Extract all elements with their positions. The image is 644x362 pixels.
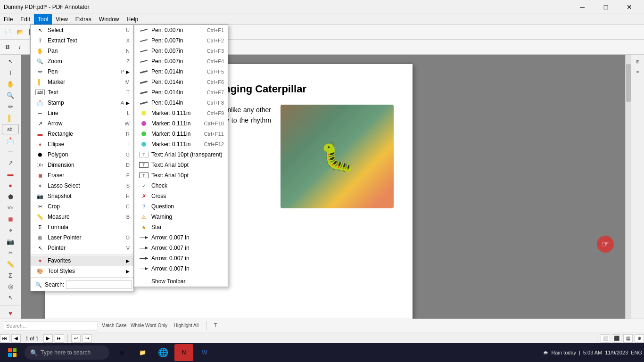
- menu-favorites-item[interactable]: ♥ Favorites ▶: [31, 255, 133, 266]
- menu-crop-item[interactable]: ✂ Crop C: [31, 201, 133, 212]
- arrow-007-4[interactable]: Arrow: 0.007 in: [134, 263, 228, 274]
- new-button[interactable]: 📄: [2, 26, 13, 38]
- menu-tool[interactable]: Tool: [34, 14, 52, 25]
- maximize-button[interactable]: □: [595, 0, 617, 14]
- taskbar-app1[interactable]: N: [174, 344, 193, 361]
- menu-file[interactable]: File: [0, 14, 17, 25]
- menu-snapshot-item[interactable]: 📷 Snapshot H: [31, 191, 133, 201]
- match-case-btn[interactable]: Match Case: [100, 320, 128, 331]
- menu-help[interactable]: Help: [123, 14, 142, 25]
- menu-laser-pointer-item[interactable]: ◎ Laser Pointer O: [31, 232, 133, 243]
- next-section-btn[interactable]: ⏭: [55, 334, 64, 343]
- find-input[interactable]: [4, 321, 98, 330]
- menu-dimension-item[interactable]: 10↕ Dimension D: [31, 160, 133, 170]
- measure-btn[interactable]: 📏: [2, 259, 19, 269]
- menu-lasso-select-item[interactable]: ⌖ Lasso Select S: [31, 181, 133, 191]
- check-item[interactable]: ✓ Check: [134, 181, 228, 191]
- taskbar-chrome[interactable]: 🌐: [154, 344, 173, 361]
- pointer-btn[interactable]: ↖: [2, 293, 19, 303]
- bold-button[interactable]: B: [2, 41, 13, 53]
- right-panel-btn1[interactable]: ⊞: [633, 57, 643, 67]
- extract-text-btn[interactable]: T: [2, 68, 19, 78]
- vertical-scrollbar[interactable]: [625, 55, 631, 319]
- menu-select-item[interactable]: ↖ Select U: [31, 25, 133, 35]
- forward-btn[interactable]: ↪: [83, 334, 92, 343]
- prev-btn[interactable]: ◀: [11, 334, 21, 343]
- close-button[interactable]: ✕: [619, 0, 640, 14]
- pen-014-f8[interactable]: Pen: 0.014in Ctrl+F8: [134, 98, 228, 108]
- pen-btn[interactable]: ✏: [2, 101, 19, 112]
- hand-pointer-icon[interactable]: ☞: [597, 236, 614, 253]
- start-button[interactable]: [2, 344, 23, 361]
- scroll-thumb[interactable]: [626, 64, 631, 102]
- zoom-btn[interactable]: 🔍: [2, 90, 19, 100]
- marker-teal-f12[interactable]: Marker: 0.111in Ctrl+F12: [134, 139, 228, 149]
- font-btn[interactable]: T: [210, 320, 221, 331]
- pen-014-f6[interactable]: Pen: 0.014in Ctrl+F6: [134, 77, 228, 87]
- menu-stamp-item[interactable]: 📩 Stamp A ▶: [31, 98, 133, 108]
- marker-purple-f10[interactable]: Marker: 0.111in Ctrl+F10: [134, 118, 228, 129]
- whole-word-btn[interactable]: Whole Word Only: [130, 320, 168, 331]
- view-scroll-btn[interactable]: ▤: [623, 334, 633, 343]
- menu-zoom-item[interactable]: 🔍 Zoom Z: [31, 56, 133, 66]
- pen-007-f2[interactable]: Pen: 0.007in Ctrl+F2: [134, 35, 228, 46]
- menu-edit[interactable]: Edit: [17, 14, 34, 25]
- menu-window[interactable]: Window: [95, 14, 123, 25]
- text-arial-1-item[interactable]: T Text: Arial 10pt: [134, 160, 228, 170]
- menu-pan-item[interactable]: ✋ Pan N: [31, 46, 133, 56]
- marker-yellow-f9[interactable]: Marker: 0.111in Ctrl+F9: [134, 108, 228, 118]
- menu-view[interactable]: View: [52, 14, 72, 25]
- menu-extras[interactable]: Extras: [72, 14, 95, 25]
- laser-pointer-btn[interactable]: ◎: [2, 281, 19, 292]
- line-btn[interactable]: ─: [2, 147, 19, 157]
- marker-btn[interactable]: ▌: [2, 113, 19, 123]
- pen-007-f4[interactable]: Pen: 0.007in Ctrl+F4: [134, 56, 228, 66]
- right-panel-btn2[interactable]: ≡: [633, 67, 643, 77]
- star-item[interactable]: ★ Star: [134, 222, 228, 232]
- stamp-btn[interactable]: 📩: [2, 135, 19, 146]
- lasso-select-btn[interactable]: ⌖: [2, 225, 19, 236]
- back-btn[interactable]: ↩: [71, 334, 81, 343]
- show-toolbar-item[interactable]: Show Toolbar: [134, 276, 228, 287]
- ellipse-btn[interactable]: ●: [2, 181, 19, 191]
- pan-btn[interactable]: ✋: [2, 79, 19, 90]
- menu-pointer-item[interactable]: ↖ Pointer V: [31, 243, 133, 253]
- dimension-btn[interactable]: 10↕: [2, 203, 19, 213]
- view-zoom-btn[interactable]: ⊕: [635, 334, 644, 343]
- arrow-btn[interactable]: ↗: [2, 158, 19, 168]
- highlight-all-btn[interactable]: Highlight All: [170, 320, 203, 331]
- menu-pen-item[interactable]: ✏ Pen P ▶: [31, 66, 133, 77]
- menu-formula-item[interactable]: Σ Formula: [31, 222, 133, 232]
- menu-tool-styles-item[interactable]: 🎨 Tool Styles ▶: [31, 266, 133, 276]
- cross-item[interactable]: ✗ Cross: [134, 191, 228, 201]
- menu-text-item[interactable]: abl Text T: [31, 87, 133, 98]
- menu-eraser-item[interactable]: ◼ Eraser E: [31, 170, 133, 181]
- favorites-btn[interactable]: ♥: [2, 308, 19, 319]
- taskbar-task-view[interactable]: ⊞: [112, 344, 131, 361]
- text-transparent-item[interactable]: T Text: Arial 10pt (transparent): [134, 149, 228, 160]
- crop-btn[interactable]: ✂: [2, 248, 19, 258]
- text-arial-2-item[interactable]: T Text: Arial 10pt: [134, 170, 228, 181]
- taskbar-word[interactable]: W: [195, 344, 214, 361]
- menu-line-item[interactable]: ─ Line L: [31, 108, 133, 118]
- rectangle-btn[interactable]: ▬: [2, 169, 19, 180]
- view-single-btn[interactable]: ⬜: [601, 334, 610, 343]
- formula-btn[interactable]: Σ: [2, 270, 19, 280]
- menu-measure-item[interactable]: 📏 Measure B: [31, 212, 133, 222]
- tool-search-input[interactable]: [66, 280, 132, 289]
- arrow-007-1[interactable]: Arrow: 0.007 in: [134, 232, 228, 243]
- taskbar-search-box[interactable]: 🔍 Type here to search: [25, 346, 109, 360]
- menu-rectangle-item[interactable]: ▬ Rectangle R: [31, 129, 133, 139]
- view-double-btn[interactable]: ⬛: [612, 334, 621, 343]
- arrow-007-2[interactable]: Arrow: 0.007 in: [134, 243, 228, 253]
- text-btn[interactable]: abl: [2, 124, 19, 134]
- pen-014-f7[interactable]: Pen: 0.014in Ctrl+F7: [134, 87, 228, 98]
- menu-ellipse-item[interactable]: ● Ellipse I: [31, 139, 133, 149]
- next-btn[interactable]: ▶: [43, 334, 53, 343]
- menu-arrow-item[interactable]: ↗ Arrow W: [31, 118, 133, 129]
- prev-section-btn[interactable]: ⏮: [0, 334, 9, 343]
- italic-button[interactable]: I: [14, 41, 25, 53]
- marker-green-f11[interactable]: Marker: 0.111in Ctrl+F11: [134, 129, 228, 139]
- warning-item[interactable]: ⚠ Warning: [134, 212, 228, 222]
- taskbar-file-explorer[interactable]: 📁: [133, 344, 152, 361]
